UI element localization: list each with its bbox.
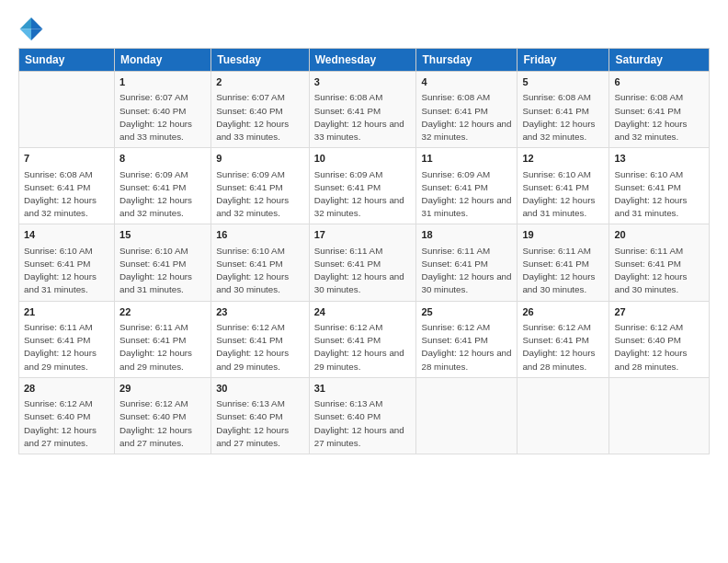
day-cell: 7Sunrise: 6:08 AMSunset: 6:41 PMDaylight… <box>19 148 115 224</box>
day-cell: 13Sunrise: 6:10 AMSunset: 6:41 PMDayligh… <box>609 148 710 224</box>
day-number: 23 <box>216 305 304 319</box>
day-cell <box>609 377 710 454</box>
week-row: 28Sunrise: 6:12 AMSunset: 6:40 PMDayligh… <box>19 377 710 454</box>
header-day: Friday <box>518 49 609 72</box>
day-info: Sunrise: 6:12 AMSunset: 6:41 PMDaylight:… <box>216 321 304 373</box>
day-info: Sunrise: 6:11 AMSunset: 6:41 PMDaylight:… <box>614 245 704 297</box>
svg-marker-3 <box>31 29 42 40</box>
day-info: Sunrise: 6:11 AMSunset: 6:41 PMDaylight:… <box>24 321 109 373</box>
header-row: SundayMondayTuesdayWednesdayThursdayFrid… <box>19 49 710 72</box>
day-cell: 28Sunrise: 6:12 AMSunset: 6:40 PMDayligh… <box>19 377 115 454</box>
day-number: 13 <box>614 152 704 166</box>
header-day: Thursday <box>416 49 518 72</box>
day-number: 10 <box>314 152 412 166</box>
day-cell: 29Sunrise: 6:12 AMSunset: 6:40 PMDayligh… <box>115 377 211 454</box>
day-cell: 25Sunrise: 6:12 AMSunset: 6:41 PMDayligh… <box>416 301 518 377</box>
day-cell <box>518 377 609 454</box>
day-cell: 11Sunrise: 6:09 AMSunset: 6:41 PMDayligh… <box>416 148 518 224</box>
day-cell: 2Sunrise: 6:07 AMSunset: 6:40 PMDaylight… <box>211 72 310 148</box>
day-number: 25 <box>421 305 512 319</box>
header-day: Monday <box>115 49 211 72</box>
day-number: 4 <box>421 75 512 89</box>
day-cell: 27Sunrise: 6:12 AMSunset: 6:40 PMDayligh… <box>609 301 710 377</box>
day-number: 1 <box>119 75 206 89</box>
day-number: 24 <box>314 305 412 319</box>
day-number: 3 <box>314 75 412 89</box>
day-number: 14 <box>24 228 109 242</box>
week-row: 21Sunrise: 6:11 AMSunset: 6:41 PMDayligh… <box>19 301 710 377</box>
page: SundayMondayTuesdayWednesdayThursdayFrid… <box>0 0 728 464</box>
day-info: Sunrise: 6:10 AMSunset: 6:41 PMDaylight:… <box>614 168 704 221</box>
day-info: Sunrise: 6:11 AMSunset: 6:41 PMDaylight:… <box>119 321 206 373</box>
day-cell: 14Sunrise: 6:10 AMSunset: 6:41 PMDayligh… <box>19 224 115 301</box>
day-info: Sunrise: 6:09 AMSunset: 6:41 PMDaylight:… <box>421 168 512 221</box>
logo <box>18 15 48 40</box>
day-number: 19 <box>522 228 604 242</box>
day-info: Sunrise: 6:10 AMSunset: 6:41 PMDaylight:… <box>119 245 206 297</box>
day-info: Sunrise: 6:11 AMSunset: 6:41 PMDaylight:… <box>314 245 412 297</box>
day-cell: 1Sunrise: 6:07 AMSunset: 6:40 PMDaylight… <box>115 72 211 148</box>
day-info: Sunrise: 6:11 AMSunset: 6:41 PMDaylight:… <box>522 245 604 297</box>
day-number: 27 <box>614 305 704 319</box>
day-cell: 22Sunrise: 6:11 AMSunset: 6:41 PMDayligh… <box>115 301 211 377</box>
day-number: 6 <box>614 75 704 89</box>
day-info: Sunrise: 6:08 AMSunset: 6:41 PMDaylight:… <box>522 91 604 144</box>
header <box>18 15 710 40</box>
day-cell: 10Sunrise: 6:09 AMSunset: 6:41 PMDayligh… <box>309 148 416 224</box>
header-day: Saturday <box>609 49 710 72</box>
day-cell: 9Sunrise: 6:09 AMSunset: 6:41 PMDaylight… <box>211 148 310 224</box>
day-number: 11 <box>421 152 512 166</box>
calendar-body: 1Sunrise: 6:07 AMSunset: 6:40 PMDaylight… <box>19 72 710 454</box>
day-cell: 19Sunrise: 6:11 AMSunset: 6:41 PMDayligh… <box>518 224 609 301</box>
day-cell: 8Sunrise: 6:09 AMSunset: 6:41 PMDaylight… <box>115 148 211 224</box>
day-cell: 17Sunrise: 6:11 AMSunset: 6:41 PMDayligh… <box>309 224 416 301</box>
week-row: 14Sunrise: 6:10 AMSunset: 6:41 PMDayligh… <box>19 224 710 301</box>
day-number: 5 <box>522 75 604 89</box>
header-day: Wednesday <box>309 49 416 72</box>
day-info: Sunrise: 6:12 AMSunset: 6:41 PMDaylight:… <box>421 321 512 373</box>
day-cell: 18Sunrise: 6:11 AMSunset: 6:41 PMDayligh… <box>416 224 518 301</box>
day-number: 21 <box>24 305 109 319</box>
day-cell: 5Sunrise: 6:08 AMSunset: 6:41 PMDaylight… <box>518 72 609 148</box>
day-number: 29 <box>119 382 206 396</box>
day-info: Sunrise: 6:07 AMSunset: 6:40 PMDaylight:… <box>216 91 304 144</box>
day-info: Sunrise: 6:12 AMSunset: 6:40 PMDaylight:… <box>119 397 206 450</box>
day-number: 20 <box>614 228 704 242</box>
day-cell: 26Sunrise: 6:12 AMSunset: 6:41 PMDayligh… <box>518 301 609 377</box>
day-cell: 15Sunrise: 6:10 AMSunset: 6:41 PMDayligh… <box>115 224 211 301</box>
day-cell: 3Sunrise: 6:08 AMSunset: 6:41 PMDaylight… <box>309 72 416 148</box>
day-info: Sunrise: 6:08 AMSunset: 6:41 PMDaylight:… <box>614 91 704 144</box>
day-info: Sunrise: 6:09 AMSunset: 6:41 PMDaylight:… <box>216 168 304 221</box>
calendar-table: SundayMondayTuesdayWednesdayThursdayFrid… <box>18 48 710 454</box>
day-cell <box>19 72 115 148</box>
day-number: 26 <box>522 305 604 319</box>
svg-marker-1 <box>20 17 31 29</box>
logo-icon <box>18 15 44 40</box>
week-row: 7Sunrise: 6:08 AMSunset: 6:41 PMDaylight… <box>19 148 710 224</box>
day-info: Sunrise: 6:08 AMSunset: 6:41 PMDaylight:… <box>24 168 109 221</box>
day-info: Sunrise: 6:12 AMSunset: 6:40 PMDaylight:… <box>24 397 109 450</box>
svg-marker-0 <box>31 17 42 29</box>
day-cell <box>416 377 518 454</box>
day-number: 7 <box>24 152 109 166</box>
day-number: 28 <box>24 382 109 396</box>
svg-marker-2 <box>20 29 31 40</box>
day-cell: 20Sunrise: 6:11 AMSunset: 6:41 PMDayligh… <box>609 224 710 301</box>
day-number: 9 <box>216 152 304 166</box>
day-info: Sunrise: 6:09 AMSunset: 6:41 PMDaylight:… <box>314 168 412 221</box>
day-number: 8 <box>119 152 206 166</box>
day-number: 31 <box>314 382 412 396</box>
day-number: 15 <box>119 228 206 242</box>
day-cell: 21Sunrise: 6:11 AMSunset: 6:41 PMDayligh… <box>19 301 115 377</box>
day-info: Sunrise: 6:13 AMSunset: 6:40 PMDaylight:… <box>216 397 304 450</box>
day-info: Sunrise: 6:11 AMSunset: 6:41 PMDaylight:… <box>421 245 512 297</box>
day-number: 22 <box>119 305 206 319</box>
day-info: Sunrise: 6:10 AMSunset: 6:41 PMDaylight:… <box>522 168 604 221</box>
day-number: 17 <box>314 228 412 242</box>
day-cell: 30Sunrise: 6:13 AMSunset: 6:40 PMDayligh… <box>211 377 310 454</box>
day-info: Sunrise: 6:12 AMSunset: 6:41 PMDaylight:… <box>522 321 604 373</box>
day-info: Sunrise: 6:13 AMSunset: 6:40 PMDaylight:… <box>314 397 412 450</box>
day-info: Sunrise: 6:12 AMSunset: 6:41 PMDaylight:… <box>314 321 412 373</box>
day-cell: 24Sunrise: 6:12 AMSunset: 6:41 PMDayligh… <box>309 301 416 377</box>
day-number: 16 <box>216 228 304 242</box>
